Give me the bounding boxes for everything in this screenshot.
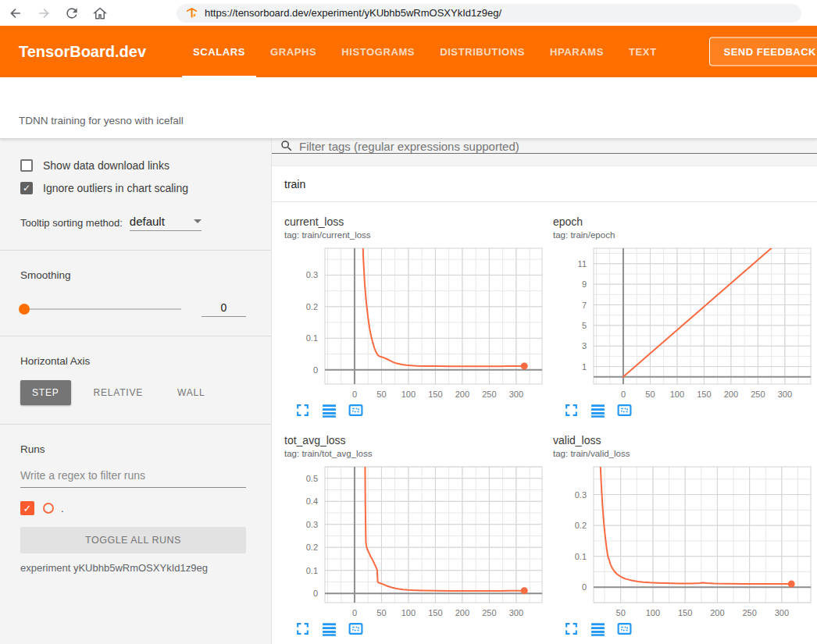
slider-thumb[interactable] — [19, 304, 30, 315]
chart-grid: current_loss tag: train/current_loss 00.… — [272, 202, 817, 644]
svg-text:0.1: 0.1 — [306, 333, 318, 343]
toggle-all-runs-button[interactable]: TOGGLE ALL RUNS — [20, 527, 246, 553]
line-chart[interactable]: 1357911050100150200250300 — [553, 245, 812, 401]
back-icon[interactable] — [8, 5, 23, 21]
chart-tag: tag: train/epoch — [553, 229, 812, 241]
svg-text:200: 200 — [710, 608, 724, 617]
svg-text:100: 100 — [646, 608, 660, 617]
brand-logo[interactable]: TensorBoard.dev — [19, 43, 146, 61]
line-chart[interactable]: 00.10.20.30.40.5050100150200250300 — [284, 464, 544, 620]
tab-text[interactable]: TEXT — [616, 26, 669, 77]
chart-tile-epoch: epoch tag: train/epoch 13579110501001502… — [553, 215, 812, 418]
tooltip-sorting-select[interactable]: default — [130, 215, 202, 231]
log-scale-icon[interactable] — [590, 403, 605, 418]
smoothing-value-input[interactable]: 0 — [202, 301, 246, 317]
run-list-item[interactable]: ✓ . — [20, 501, 246, 515]
checkbox-checked-icon[interactable]: ✓ — [20, 182, 33, 194]
smoothing-label: Smoothing — [20, 269, 246, 281]
experiment-title: TDNN training for yesno with icefall — [19, 115, 184, 126]
svg-text:7: 7 — [582, 301, 587, 310]
axis-wall-button[interactable]: WALL — [166, 380, 216, 405]
experiment-id: experiment yKUbhb5wRmOSXYkId1z9eg — [20, 562, 246, 574]
svg-text:150: 150 — [428, 608, 442, 617]
fit-domain-icon[interactable] — [617, 403, 632, 418]
line-chart[interactable]: 00.10.20.3050100150200250300 — [284, 245, 544, 401]
svg-text:9: 9 — [582, 279, 587, 289]
svg-text:100: 100 — [670, 390, 684, 399]
svg-text:0.3: 0.3 — [306, 520, 318, 529]
fit-domain-icon[interactable] — [348, 403, 363, 418]
url-text: https://tensorboard.dev/experiment/yKUbh… — [205, 7, 501, 19]
runs-filter-input[interactable] — [20, 469, 246, 488]
svg-text:100: 100 — [401, 390, 416, 399]
header-tabs: SCALARS GRAPHS HISTOGRAMS DISTRIBUTIONS … — [180, 26, 669, 77]
checkbox-label: Show data download links — [43, 159, 169, 172]
svg-text:0.1: 0.1 — [306, 566, 318, 575]
expand-chart-icon[interactable] — [295, 621, 310, 636]
svg-text:0: 0 — [621, 390, 626, 399]
fit-domain-icon[interactable] — [348, 621, 363, 636]
subheader: TDNN training for yesno with icefall — [0, 77, 817, 139]
svg-text:300: 300 — [509, 608, 523, 617]
chart-toolbar — [295, 621, 544, 636]
tag-filter-input[interactable] — [299, 140, 817, 153]
smoothing-slider[interactable] — [20, 308, 181, 310]
tag-group-card: train current_loss tag: train/current_lo… — [272, 166, 817, 644]
svg-text:50: 50 — [376, 390, 386, 399]
svg-text:0: 0 — [352, 390, 357, 399]
log-scale-icon[interactable] — [322, 621, 337, 636]
axis-step-button[interactable]: STEP — [20, 380, 71, 405]
tab-histograms[interactable]: HISTOGRAMS — [329, 26, 427, 77]
svg-text:0: 0 — [313, 589, 318, 598]
svg-text:0.2: 0.2 — [575, 521, 587, 530]
chart-tag: tag: train/tot_avg_loss — [284, 448, 544, 460]
home-icon[interactable] — [92, 5, 108, 21]
chart-tile-valid-loss: valid_loss tag: train/valid_loss 00.10.2… — [553, 433, 812, 636]
svg-text:0.2: 0.2 — [306, 543, 318, 552]
svg-text:11: 11 — [578, 259, 587, 269]
svg-text:0.5: 0.5 — [306, 474, 318, 483]
address-bar[interactable]: https://tensorboard.dev/experiment/yKUbh… — [177, 4, 801, 23]
svg-text:150: 150 — [697, 390, 711, 399]
expand-chart-icon[interactable] — [295, 403, 310, 418]
line-chart[interactable]: 00.10.20.350100150200250300 — [553, 464, 812, 620]
svg-text:0: 0 — [352, 608, 357, 617]
chart-tile-tot-avg-loss: tot_avg_loss tag: train/tot_avg_loss 00.… — [284, 433, 544, 636]
svg-text:3: 3 — [582, 341, 587, 350]
select-value: default — [130, 215, 165, 228]
send-feedback-button[interactable]: SEND FEEDBACK — [709, 37, 817, 66]
svg-text:0.1: 0.1 — [575, 552, 587, 561]
chart-title: tot_avg_loss — [284, 433, 544, 447]
ignore-outliers-checkbox[interactable]: ✓ Ignore outliers in chart scaling — [20, 182, 246, 194]
fit-domain-icon[interactable] — [617, 621, 632, 636]
tooltip-sorting-label: Tooltip sorting method: — [20, 217, 123, 231]
axis-relative-button[interactable]: RELATIVE — [82, 380, 155, 405]
tensorboard-favicon — [186, 7, 198, 19]
log-scale-icon[interactable] — [322, 403, 337, 418]
run-checkbox-checked-icon[interactable]: ✓ — [20, 501, 34, 515]
runs-section: Runs ✓ . TOGGLE ALL RUNS experiment yKUb… — [0, 424, 271, 592]
svg-text:0.2: 0.2 — [306, 302, 318, 311]
reload-icon[interactable] — [64, 5, 80, 21]
svg-text:100: 100 — [401, 608, 416, 617]
forward-icon[interactable] — [36, 5, 52, 21]
svg-text:200: 200 — [455, 390, 469, 399]
tag-filter-row — [272, 139, 817, 154]
tab-scalars[interactable]: SCALARS — [180, 26, 258, 77]
tab-hparams[interactable]: HPARAMS — [537, 26, 616, 77]
tag-group-header[interactable]: train — [272, 166, 817, 202]
checkbox-unchecked-icon[interactable] — [20, 159, 33, 172]
tab-graphs[interactable]: GRAPHS — [258, 26, 329, 77]
log-scale-icon[interactable] — [590, 621, 605, 636]
svg-text:0.3: 0.3 — [575, 490, 587, 500]
svg-text:200: 200 — [455, 608, 469, 617]
svg-text:250: 250 — [742, 608, 756, 617]
tab-distributions[interactable]: DISTRIBUTIONS — [427, 26, 537, 77]
expand-chart-icon[interactable] — [564, 403, 579, 418]
svg-text:250: 250 — [751, 390, 765, 399]
expand-chart-icon[interactable] — [564, 621, 579, 636]
chevron-down-icon — [194, 219, 202, 223]
chart-tag: tag: train/current_loss — [284, 229, 544, 241]
chart-title: epoch — [553, 215, 812, 229]
show-download-links-checkbox[interactable]: Show data download links — [20, 159, 246, 172]
